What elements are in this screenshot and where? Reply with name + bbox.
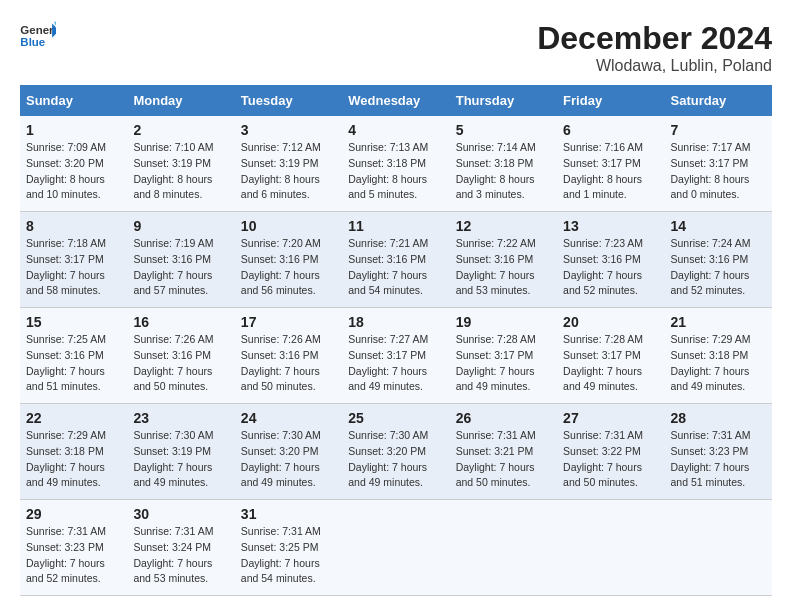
day-info: Sunrise: 7:28 AMSunset: 3:17 PMDaylight:… <box>456 332 551 395</box>
day-info: Sunrise: 7:23 AMSunset: 3:16 PMDaylight:… <box>563 236 658 299</box>
day-info: Sunrise: 7:31 AMSunset: 3:22 PMDaylight:… <box>563 428 658 491</box>
table-cell: 11Sunrise: 7:21 AMSunset: 3:16 PMDayligh… <box>342 212 449 308</box>
day-info: Sunrise: 7:31 AMSunset: 3:21 PMDaylight:… <box>456 428 551 491</box>
table-cell: 3Sunrise: 7:12 AMSunset: 3:19 PMDaylight… <box>235 116 342 212</box>
week-row-3: 15Sunrise: 7:25 AMSunset: 3:16 PMDayligh… <box>20 308 772 404</box>
day-number: 19 <box>456 314 551 330</box>
table-cell: 20Sunrise: 7:28 AMSunset: 3:17 PMDayligh… <box>557 308 664 404</box>
table-cell: 30Sunrise: 7:31 AMSunset: 3:24 PMDayligh… <box>127 500 234 596</box>
day-info: Sunrise: 7:30 AMSunset: 3:20 PMDaylight:… <box>348 428 443 491</box>
table-cell: 28Sunrise: 7:31 AMSunset: 3:23 PMDayligh… <box>665 404 772 500</box>
day-info: Sunrise: 7:16 AMSunset: 3:17 PMDaylight:… <box>563 140 658 203</box>
day-number: 15 <box>26 314 121 330</box>
table-cell: 7Sunrise: 7:17 AMSunset: 3:17 PMDaylight… <box>665 116 772 212</box>
table-cell: 4Sunrise: 7:13 AMSunset: 3:18 PMDaylight… <box>342 116 449 212</box>
col-tuesday: Tuesday <box>235 85 342 116</box>
table-cell: 21Sunrise: 7:29 AMSunset: 3:18 PMDayligh… <box>665 308 772 404</box>
title-block: December 2024 Wlodawa, Lublin, Poland <box>537 20 772 75</box>
day-number: 24 <box>241 410 336 426</box>
day-info: Sunrise: 7:10 AMSunset: 3:19 PMDaylight:… <box>133 140 228 203</box>
table-cell: 12Sunrise: 7:22 AMSunset: 3:16 PMDayligh… <box>450 212 557 308</box>
day-info: Sunrise: 7:26 AMSunset: 3:16 PMDaylight:… <box>241 332 336 395</box>
day-info: Sunrise: 7:31 AMSunset: 3:23 PMDaylight:… <box>671 428 766 491</box>
day-info: Sunrise: 7:27 AMSunset: 3:17 PMDaylight:… <box>348 332 443 395</box>
table-cell: 16Sunrise: 7:26 AMSunset: 3:16 PMDayligh… <box>127 308 234 404</box>
day-number: 6 <box>563 122 658 138</box>
col-wednesday: Wednesday <box>342 85 449 116</box>
day-info: Sunrise: 7:26 AMSunset: 3:16 PMDaylight:… <box>133 332 228 395</box>
day-info: Sunrise: 7:31 AMSunset: 3:23 PMDaylight:… <box>26 524 121 587</box>
day-info: Sunrise: 7:21 AMSunset: 3:16 PMDaylight:… <box>348 236 443 299</box>
table-cell: 23Sunrise: 7:30 AMSunset: 3:19 PMDayligh… <box>127 404 234 500</box>
header-row: Sunday Monday Tuesday Wednesday Thursday… <box>20 85 772 116</box>
table-cell <box>665 500 772 596</box>
day-info: Sunrise: 7:18 AMSunset: 3:17 PMDaylight:… <box>26 236 121 299</box>
day-number: 23 <box>133 410 228 426</box>
day-number: 11 <box>348 218 443 234</box>
table-cell: 29Sunrise: 7:31 AMSunset: 3:23 PMDayligh… <box>20 500 127 596</box>
day-number: 8 <box>26 218 121 234</box>
week-row-5: 29Sunrise: 7:31 AMSunset: 3:23 PMDayligh… <box>20 500 772 596</box>
day-number: 20 <box>563 314 658 330</box>
table-cell: 10Sunrise: 7:20 AMSunset: 3:16 PMDayligh… <box>235 212 342 308</box>
table-cell: 31Sunrise: 7:31 AMSunset: 3:25 PMDayligh… <box>235 500 342 596</box>
page-title: December 2024 <box>537 20 772 57</box>
table-cell: 25Sunrise: 7:30 AMSunset: 3:20 PMDayligh… <box>342 404 449 500</box>
day-info: Sunrise: 7:17 AMSunset: 3:17 PMDaylight:… <box>671 140 766 203</box>
table-cell: 14Sunrise: 7:24 AMSunset: 3:16 PMDayligh… <box>665 212 772 308</box>
table-cell: 13Sunrise: 7:23 AMSunset: 3:16 PMDayligh… <box>557 212 664 308</box>
table-cell: 26Sunrise: 7:31 AMSunset: 3:21 PMDayligh… <box>450 404 557 500</box>
day-number: 17 <box>241 314 336 330</box>
day-number: 27 <box>563 410 658 426</box>
logo: General Blue <box>20 20 56 50</box>
day-info: Sunrise: 7:20 AMSunset: 3:16 PMDaylight:… <box>241 236 336 299</box>
day-number: 12 <box>456 218 551 234</box>
day-number: 29 <box>26 506 121 522</box>
col-monday: Monday <box>127 85 234 116</box>
day-info: Sunrise: 7:12 AMSunset: 3:19 PMDaylight:… <box>241 140 336 203</box>
day-number: 9 <box>133 218 228 234</box>
table-cell <box>557 500 664 596</box>
day-info: Sunrise: 7:28 AMSunset: 3:17 PMDaylight:… <box>563 332 658 395</box>
table-cell: 9Sunrise: 7:19 AMSunset: 3:16 PMDaylight… <box>127 212 234 308</box>
day-number: 7 <box>671 122 766 138</box>
col-sunday: Sunday <box>20 85 127 116</box>
day-info: Sunrise: 7:29 AMSunset: 3:18 PMDaylight:… <box>26 428 121 491</box>
table-cell: 18Sunrise: 7:27 AMSunset: 3:17 PMDayligh… <box>342 308 449 404</box>
week-row-1: 1Sunrise: 7:09 AMSunset: 3:20 PMDaylight… <box>20 116 772 212</box>
day-number: 10 <box>241 218 336 234</box>
day-info: Sunrise: 7:25 AMSunset: 3:16 PMDaylight:… <box>26 332 121 395</box>
day-info: Sunrise: 7:14 AMSunset: 3:18 PMDaylight:… <box>456 140 551 203</box>
table-cell: 22Sunrise: 7:29 AMSunset: 3:18 PMDayligh… <box>20 404 127 500</box>
day-info: Sunrise: 7:19 AMSunset: 3:16 PMDaylight:… <box>133 236 228 299</box>
table-cell: 6Sunrise: 7:16 AMSunset: 3:17 PMDaylight… <box>557 116 664 212</box>
svg-text:Blue: Blue <box>20 36 45 48</box>
day-info: Sunrise: 7:22 AMSunset: 3:16 PMDaylight:… <box>456 236 551 299</box>
table-cell: 2Sunrise: 7:10 AMSunset: 3:19 PMDaylight… <box>127 116 234 212</box>
day-number: 13 <box>563 218 658 234</box>
day-info: Sunrise: 7:30 AMSunset: 3:20 PMDaylight:… <box>241 428 336 491</box>
col-friday: Friday <box>557 85 664 116</box>
table-cell: 8Sunrise: 7:18 AMSunset: 3:17 PMDaylight… <box>20 212 127 308</box>
day-number: 4 <box>348 122 443 138</box>
table-cell: 27Sunrise: 7:31 AMSunset: 3:22 PMDayligh… <box>557 404 664 500</box>
day-info: Sunrise: 7:13 AMSunset: 3:18 PMDaylight:… <box>348 140 443 203</box>
day-number: 16 <box>133 314 228 330</box>
day-number: 2 <box>133 122 228 138</box>
day-number: 21 <box>671 314 766 330</box>
page-subtitle: Wlodawa, Lublin, Poland <box>537 57 772 75</box>
logo-icon: General Blue <box>20 20 56 50</box>
table-cell <box>342 500 449 596</box>
table-cell: 1Sunrise: 7:09 AMSunset: 3:20 PMDaylight… <box>20 116 127 212</box>
table-cell: 17Sunrise: 7:26 AMSunset: 3:16 PMDayligh… <box>235 308 342 404</box>
day-info: Sunrise: 7:24 AMSunset: 3:16 PMDaylight:… <box>671 236 766 299</box>
day-info: Sunrise: 7:31 AMSunset: 3:25 PMDaylight:… <box>241 524 336 587</box>
table-cell: 24Sunrise: 7:30 AMSunset: 3:20 PMDayligh… <box>235 404 342 500</box>
day-number: 26 <box>456 410 551 426</box>
page-header: General Blue December 2024 Wlodawa, Lubl… <box>20 20 772 75</box>
day-number: 5 <box>456 122 551 138</box>
col-saturday: Saturday <box>665 85 772 116</box>
day-number: 25 <box>348 410 443 426</box>
day-info: Sunrise: 7:29 AMSunset: 3:18 PMDaylight:… <box>671 332 766 395</box>
table-cell: 15Sunrise: 7:25 AMSunset: 3:16 PMDayligh… <box>20 308 127 404</box>
